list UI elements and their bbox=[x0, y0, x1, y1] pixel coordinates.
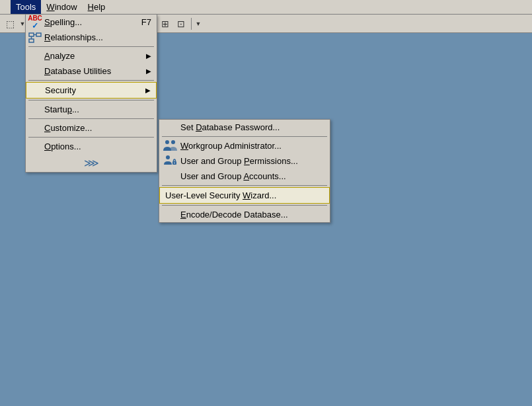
spelling-shortcut: F7 bbox=[128, 17, 151, 27]
toolbar-btn-7[interactable]: ⊞ bbox=[158, 17, 172, 31]
submenu-sep-3 bbox=[162, 205, 327, 206]
submenu-item-encode[interactable]: Encode/Decode Database... bbox=[159, 207, 330, 222]
relationships-icon bbox=[28, 31, 42, 44]
menu-item-startup[interactable]: Startup... bbox=[26, 102, 157, 117]
menu-item-security[interactable]: Security ▶ bbox=[26, 82, 157, 99]
submenu-sep-1 bbox=[162, 136, 327, 137]
analyze-arrow: ▶ bbox=[146, 52, 151, 60]
menu-sep-1 bbox=[28, 46, 154, 47]
menu-sep-2 bbox=[28, 80, 154, 81]
menu-item-database-utilities[interactable]: Database Utilities ▶ bbox=[26, 63, 157, 79]
security-submenu: Set Database Password... Workgroup Admin… bbox=[159, 119, 330, 223]
abc-icon: ABC ✓ bbox=[28, 16, 42, 29]
menubar-help[interactable]: Help bbox=[83, 0, 111, 14]
svg-point-9 bbox=[174, 162, 175, 163]
menu-item-customize[interactable]: Customize... bbox=[26, 120, 157, 136]
menu-sep-5 bbox=[28, 137, 154, 138]
lock-icon bbox=[162, 154, 178, 169]
toolbar-dropdown-5[interactable]: ▼ bbox=[194, 17, 202, 31]
svg-rect-1 bbox=[36, 33, 41, 36]
menu-item-analyze[interactable]: Analyze ▶ bbox=[26, 48, 157, 63]
submenu-item-workgroup[interactable]: Workgroup Administrator... bbox=[159, 138, 330, 153]
security-arrow: ▶ bbox=[145, 87, 151, 94]
database-utilities-arrow: ▶ bbox=[146, 67, 151, 75]
workgroup-icon bbox=[162, 139, 178, 153]
menu-item-spelling[interactable]: ABC ✓ Spelling... F7 bbox=[26, 15, 157, 30]
menubar: Tools Window Help bbox=[0, 0, 532, 15]
svg-point-6 bbox=[171, 140, 175, 144]
submenu-item-wizard[interactable]: User-Level Security Wizard... bbox=[159, 187, 330, 204]
toolbar-sep-6 bbox=[191, 18, 192, 30]
submenu-item-set-password[interactable]: Set Database Password... bbox=[159, 120, 330, 135]
svg-rect-2 bbox=[29, 39, 34, 42]
menubar-tools[interactable]: Tools bbox=[11, 0, 41, 14]
menu-sep-3 bbox=[28, 100, 154, 101]
svg-point-5 bbox=[165, 140, 169, 144]
toolbar-btn-1[interactable]: ⬚ bbox=[3, 17, 17, 31]
menubar-file[interactable] bbox=[0, 0, 11, 14]
tools-menu: ABC ✓ Spelling... F7 Relationships... An… bbox=[25, 15, 157, 173]
menu-item-relationships[interactable]: Relationships... bbox=[26, 30, 157, 45]
menubar-window[interactable]: Window bbox=[41, 0, 82, 14]
submenu-item-accounts[interactable]: User and Group Accounts... bbox=[159, 169, 330, 184]
submenu-sep-2 bbox=[162, 185, 327, 186]
svg-point-7 bbox=[166, 155, 170, 159]
toolbar-btn-8[interactable]: ⊡ bbox=[174, 17, 188, 31]
svg-rect-0 bbox=[29, 33, 34, 36]
menu-item-options[interactable]: Options... bbox=[26, 139, 157, 154]
submenu-item-permissions[interactable]: User and Group Permissions... bbox=[159, 153, 330, 169]
expand-arrows-icon: ⋙ bbox=[84, 157, 99, 169]
menu-expand[interactable]: ⋙ bbox=[26, 154, 157, 172]
menu-sep-4 bbox=[28, 118, 154, 119]
